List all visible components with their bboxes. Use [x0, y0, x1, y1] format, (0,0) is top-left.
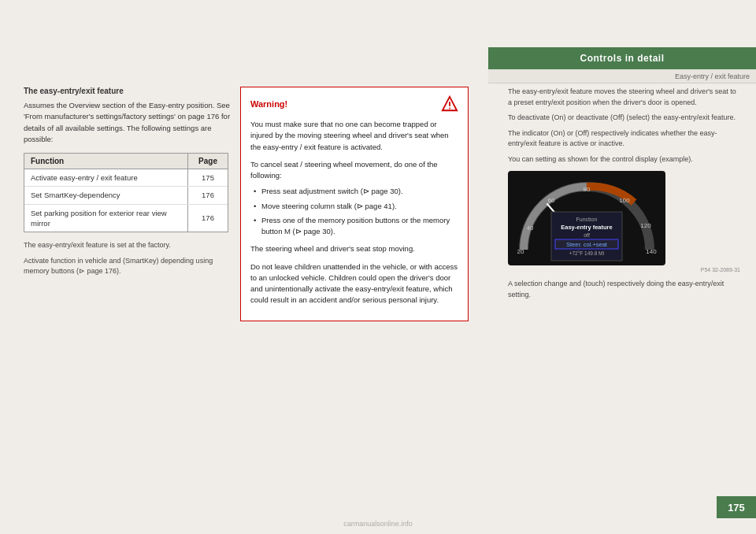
svg-text:Function: Function: [576, 217, 598, 222]
svg-text:+72°F   149.8 MI: +72°F 149.8 MI: [569, 250, 605, 256]
middle-column: Warning! You must make sure that no one …: [240, 87, 469, 321]
right-text-4: You can setting as shown for the control…: [508, 154, 740, 165]
warning-text-main: You must make sure that no one can becom…: [250, 119, 458, 153]
row1-function: Activate easy-entry / exit feature: [24, 169, 188, 186]
svg-point-2: [449, 108, 450, 109]
col-page-header: Page: [188, 154, 228, 169]
list-item: Move steering column stalk (⊳ page 41).: [250, 201, 458, 212]
sub-header: Easy-entry / exit feature: [488, 69, 756, 83]
sub-header-text: Easy-entry / exit feature: [675, 72, 750, 80]
left-column: The easy-entry/exit feature Assumes the …: [24, 87, 236, 282]
right-text-5: A selection change and (touch) respectiv…: [508, 279, 740, 300]
additional-text: Activate function in vehicle and (SmartK…: [24, 256, 236, 277]
warning-text-stop: The steering wheel and driver's seat sto…: [250, 243, 458, 254]
right-text-1: The easy-entry/exit feature moves the st…: [508, 87, 740, 108]
svg-text:off: off: [584, 232, 590, 238]
svg-text:Steer. col.+seat: Steer. col.+seat: [566, 241, 608, 248]
svg-text:60: 60: [548, 197, 555, 204]
warning-header: Warning!: [250, 95, 458, 113]
row3-page: 176: [188, 205, 228, 232]
table-row: Activate easy-entry / exit feature 175: [24, 169, 228, 187]
dashboard-image-container: 20 40 60 80 100 120 140 Function Easy-en…: [508, 171, 740, 273]
warning-icon: [441, 95, 458, 113]
dashboard-gauge: 20 40 60 80 100 120 140 Function Easy-en…: [508, 171, 665, 265]
note-text: The easy-entry/exit feature is set at th…: [24, 240, 236, 251]
list-item: Press seat adjustment switch (⊳ page 30)…: [250, 186, 458, 197]
right-text-2: To deactivate (On) or deactivate (Off) (…: [508, 113, 740, 124]
svg-text:40: 40: [527, 224, 534, 232]
svg-text:120: 120: [640, 222, 651, 229]
image-caption: P54 32-2089-31: [508, 267, 740, 273]
row1-page: 175: [188, 169, 228, 186]
page-number-box: 175: [717, 496, 756, 518]
col-function-header: Function: [24, 154, 188, 169]
list-item: Press one of the memory position buttons…: [250, 215, 458, 238]
svg-text:20: 20: [517, 248, 524, 255]
bullet-list: Press seat adjustment switch (⊳ page 30)…: [250, 186, 458, 237]
right-column: The easy-entry/exit feature moves the st…: [508, 87, 740, 305]
svg-text:Easy-entry feature: Easy-entry feature: [561, 224, 612, 231]
intro-text: Assumes the Overview section of the Easy…: [24, 100, 236, 145]
cancel-heading: To cancel seat / steering wheel movement…: [250, 159, 458, 182]
right-text-3: The indicator (On) or (Off) respectively…: [508, 128, 740, 150]
svg-text:140: 140: [646, 248, 657, 255]
warning-text-children: Do not leave children unattended in the …: [250, 261, 458, 306]
warning-title: Warning!: [250, 99, 287, 109]
header-title: Controls in detail: [580, 53, 664, 64]
table-row: Set parking position for exterior rear v…: [24, 205, 228, 232]
svg-text:80: 80: [584, 186, 591, 193]
warning-box: Warning! You must make sure that no one …: [240, 87, 469, 321]
table-header: Function Page: [24, 154, 228, 169]
header-bar: Controls in detail: [488, 47, 756, 69]
svg-text:100: 100: [619, 197, 630, 204]
page-number: 175: [728, 502, 745, 514]
row2-page: 176: [188, 187, 228, 203]
section-heading: The easy-entry/exit feature: [24, 87, 236, 95]
row3-function: Set parking position for exterior rear v…: [24, 205, 188, 232]
table-row: Set SmartKey-dependency 176: [24, 187, 228, 204]
row2-function: Set SmartKey-dependency: [24, 187, 188, 203]
function-table: Function Page Activate easy-entry / exit…: [24, 153, 228, 232]
watermark: carmanualsonline.info: [343, 520, 413, 528]
